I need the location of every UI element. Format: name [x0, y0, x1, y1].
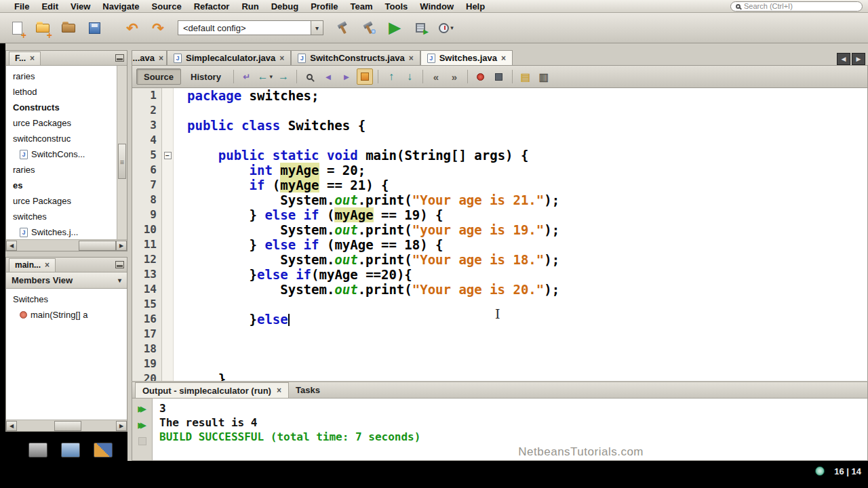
build-project-button[interactable]	[332, 16, 355, 39]
tree-item[interactable]: urce Packages	[6, 193, 127, 209]
taskbar-icon-1[interactable]	[28, 443, 47, 458]
new-project-button[interactable]: +	[31, 16, 54, 39]
globe-icon	[815, 466, 825, 476]
tree-item[interactable]: main(String[] a	[6, 307, 127, 323]
run-project-button[interactable]: ▶	[383, 16, 406, 39]
taskbar-icon-2[interactable]	[61, 443, 80, 458]
scrollbar-thumb[interactable]	[118, 144, 126, 179]
close-icon[interactable]: ×	[279, 54, 284, 62]
profile-project-button[interactable]: ▾	[435, 16, 458, 39]
clean-build-project-button[interactable]	[357, 16, 380, 39]
save-all-button[interactable]	[83, 16, 106, 39]
minimize-icon[interactable]	[115, 261, 124, 268]
tree-item[interactable]: switchconstruc	[6, 131, 127, 146]
close-icon[interactable]: ×	[45, 261, 50, 269]
back-button[interactable]: ← ▾	[257, 68, 273, 85]
scroll-left-icon[interactable]: ◀	[6, 421, 17, 431]
editor-tab--ava[interactable]: ...ava×	[132, 50, 167, 65]
menu-navigate[interactable]: Navigate	[96, 1, 145, 12]
tree-item[interactable]: lethod	[6, 84, 127, 100]
taskbar-icon-3[interactable]	[94, 443, 113, 458]
config-dropdown[interactable]: <default config> ▾	[178, 20, 323, 35]
menu-tools[interactable]: Tools	[379, 1, 414, 12]
output-tab-label: Output - simplecalculator (run)	[142, 386, 271, 396]
menu-profile[interactable]: Profile	[304, 1, 344, 12]
tab-files[interactable]: F... ×	[9, 52, 41, 65]
debug-icon	[416, 23, 425, 33]
tree-item[interactable]: switches	[6, 209, 127, 224]
rerun-button[interactable]: ▶▶	[135, 403, 150, 415]
history-view-button[interactable]: History	[183, 68, 229, 85]
tree-item[interactable]: urce Packages	[6, 115, 127, 131]
scrollbar-thumb[interactable]	[79, 241, 116, 251]
fold-collapse-icon[interactable]: −	[164, 152, 172, 159]
menu-debug[interactable]: Debug	[265, 1, 304, 12]
editor-tab-switchconstructs-java[interactable]: JSwitchConstructs.java×	[291, 50, 420, 65]
debug-project-button[interactable]	[409, 16, 432, 39]
profile-icon	[439, 23, 449, 33]
uncomment-button[interactable]: ▥	[536, 68, 552, 85]
source-view-button[interactable]: Source	[136, 68, 181, 85]
menu-refactor[interactable]: Refactor	[188, 1, 236, 12]
previous-bookmark-button[interactable]: ↑	[383, 68, 399, 85]
forward-button[interactable]: →	[275, 68, 292, 85]
find-selection-button[interactable]	[302, 68, 318, 85]
shift-right-button[interactable]: »	[446, 68, 462, 85]
tree-item[interactable]: raries	[6, 68, 127, 84]
output-tab-output[interactable]: Output - simplecalculator (run)×	[135, 382, 289, 398]
editor-tab-simplecalculator-java[interactable]: JSimplecalculator.java×	[167, 50, 291, 65]
find-previous-button[interactable]: ◄	[320, 68, 336, 85]
vertical-scrollbar[interactable]	[117, 66, 127, 239]
open-project-button[interactable]	[57, 16, 80, 39]
members-view-dropdown[interactable]: Members View ▾	[6, 272, 127, 289]
redo-button[interactable]: ↷	[146, 16, 170, 39]
last-edit-button[interactable]: ↵	[239, 68, 255, 85]
tree-item[interactable]: es	[6, 178, 127, 193]
macro-record-button[interactable]	[473, 68, 489, 85]
comment-button[interactable]: ▤	[517, 68, 534, 85]
tree-item[interactable]: Switches	[6, 291, 127, 307]
fold-margin	[162, 252, 174, 267]
new-file-button[interactable]: +	[5, 16, 28, 39]
minimize-icon[interactable]	[115, 54, 124, 62]
scroll-right-icon[interactable]: ▶	[116, 241, 127, 251]
menu-help[interactable]: Help	[460, 1, 491, 12]
editor-tab-switches-java[interactable]: JSwitches.java×	[420, 50, 513, 65]
tree-item[interactable]: JSwitches.j...	[6, 224, 127, 239]
close-icon[interactable]: ×	[409, 54, 414, 62]
tab-navigator[interactable]: main... ×	[9, 258, 56, 272]
tree-item[interactable]: JSwitchCons...	[6, 146, 127, 162]
menu-team[interactable]: Team	[344, 1, 379, 12]
code-line: 20 }	[132, 371, 867, 381]
close-icon[interactable]: ×	[501, 54, 506, 62]
scrollbar-thumb[interactable]	[54, 421, 81, 431]
output-console[interactable]: 3The result is 4BUILD SUCCESSFUL (total …	[153, 399, 867, 460]
tree-item[interactable]: raries	[6, 162, 127, 178]
next-bookmark-button[interactable]: ↓	[401, 68, 418, 85]
undo-button[interactable]: ↶	[121, 16, 144, 39]
menu-view[interactable]: View	[64, 1, 96, 12]
horizontal-scrollbar[interactable]: ◀ ▶	[6, 420, 127, 431]
macro-stop-button[interactable]	[491, 68, 507, 85]
output-tab-tasks[interactable]: Tasks	[289, 382, 327, 398]
find-next-button[interactable]: ►	[338, 68, 355, 85]
close-icon[interactable]: ×	[277, 386, 281, 394]
close-icon[interactable]: ×	[30, 54, 35, 62]
search-box[interactable]: Search (Ctrl+I)	[730, 1, 863, 12]
menu-run[interactable]: Run	[235, 1, 264, 12]
toggle-highlight-button[interactable]	[357, 68, 373, 85]
rerun-debug-button[interactable]: ▶▶	[135, 419, 150, 431]
tab-scroll-right-icon[interactable]: ▶	[852, 53, 865, 65]
horizontal-scrollbar[interactable]: ◀ ▶	[6, 239, 127, 251]
menu-file[interactable]: File	[8, 1, 35, 12]
scroll-left-icon[interactable]: ◀	[6, 241, 17, 251]
menu-edit[interactable]: Edit	[35, 1, 64, 12]
tree-item[interactable]: Constructs	[6, 100, 127, 115]
scroll-right-icon[interactable]: ▶	[116, 421, 127, 431]
code-editor[interactable]: I 1package switches;23public class Switc…	[132, 88, 868, 381]
tab-scroll-left-icon[interactable]: ◀	[837, 53, 850, 65]
close-icon[interactable]: ×	[159, 54, 163, 62]
shift-left-button[interactable]: «	[428, 68, 444, 85]
menu-source[interactable]: Source	[146, 1, 188, 12]
menu-window[interactable]: Window	[414, 1, 460, 12]
